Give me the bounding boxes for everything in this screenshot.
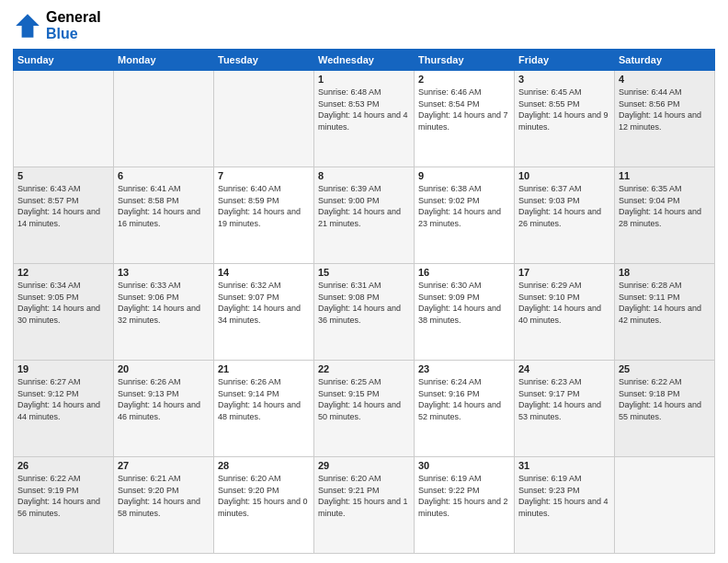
calendar-cell: 11Sunrise: 6:35 AM Sunset: 9:04 PM Dayli… — [615, 167, 715, 264]
day-info: Sunrise: 6:19 AM Sunset: 9:23 PM Dayligh… — [518, 473, 610, 519]
calendar-cell: 10Sunrise: 6:37 AM Sunset: 9:03 PM Dayli… — [515, 167, 615, 264]
day-info: Sunrise: 6:19 AM Sunset: 9:22 PM Dayligh… — [418, 473, 510, 519]
calendar-week-row: 12Sunrise: 6:34 AM Sunset: 9:05 PM Dayli… — [14, 264, 715, 361]
logo-icon — [13, 11, 42, 40]
day-info: Sunrise: 6:46 AM Sunset: 8:54 PM Dayligh… — [418, 86, 510, 132]
day-info: Sunrise: 6:26 AM Sunset: 9:14 PM Dayligh… — [218, 376, 310, 422]
day-info: Sunrise: 6:40 AM Sunset: 8:59 PM Dayligh… — [218, 183, 310, 229]
day-info: Sunrise: 6:28 AM Sunset: 9:11 PM Dayligh… — [619, 280, 711, 326]
day-number: 23 — [418, 363, 510, 374]
day-info: Sunrise: 6:29 AM Sunset: 9:10 PM Dayligh… — [518, 280, 610, 326]
day-number: 15 — [318, 267, 410, 278]
calendar-cell: 21Sunrise: 6:26 AM Sunset: 9:14 PM Dayli… — [214, 361, 314, 457]
day-info: Sunrise: 6:41 AM Sunset: 8:58 PM Dayligh… — [118, 183, 210, 229]
weekday-header: Monday — [114, 50, 214, 71]
day-number: 14 — [218, 267, 310, 278]
calendar-cell — [14, 71, 114, 167]
calendar-cell: 20Sunrise: 6:26 AM Sunset: 9:13 PM Dayli… — [114, 361, 214, 457]
calendar-cell: 2Sunrise: 6:46 AM Sunset: 8:54 PM Daylig… — [415, 71, 515, 167]
day-number: 3 — [518, 74, 610, 85]
day-number: 10 — [518, 170, 610, 181]
calendar-table: SundayMondayTuesdayWednesdayThursdayFrid… — [13, 49, 715, 554]
calendar-cell: 18Sunrise: 6:28 AM Sunset: 9:11 PM Dayli… — [615, 264, 715, 361]
calendar-week-row: 26Sunrise: 6:22 AM Sunset: 9:19 PM Dayli… — [14, 457, 715, 554]
logo: General Blue — [13, 9, 101, 41]
day-number: 16 — [418, 267, 510, 278]
calendar-cell: 25Sunrise: 6:22 AM Sunset: 9:18 PM Dayli… — [615, 361, 715, 457]
day-info: Sunrise: 6:43 AM Sunset: 8:57 PM Dayligh… — [17, 183, 109, 229]
page: General Blue SundayMondayTuesdayWednesda… — [0, 0, 728, 563]
day-info: Sunrise: 6:24 AM Sunset: 9:16 PM Dayligh… — [418, 376, 510, 422]
day-number: 31 — [518, 460, 610, 471]
day-number: 25 — [619, 363, 711, 374]
day-info: Sunrise: 6:20 AM Sunset: 9:21 PM Dayligh… — [318, 473, 410, 519]
day-info: Sunrise: 6:20 AM Sunset: 9:20 PM Dayligh… — [218, 473, 310, 519]
logo-text: General Blue — [46, 9, 101, 41]
calendar-cell — [214, 71, 314, 167]
day-info: Sunrise: 6:48 AM Sunset: 8:53 PM Dayligh… — [318, 86, 410, 132]
calendar-cell: 4Sunrise: 6:44 AM Sunset: 8:56 PM Daylig… — [615, 71, 715, 167]
calendar-cell: 1Sunrise: 6:48 AM Sunset: 8:53 PM Daylig… — [314, 71, 415, 167]
day-info: Sunrise: 6:27 AM Sunset: 9:12 PM Dayligh… — [17, 376, 109, 422]
calendar-cell: 29Sunrise: 6:20 AM Sunset: 9:21 PM Dayli… — [314, 457, 415, 554]
day-info: Sunrise: 6:45 AM Sunset: 8:55 PM Dayligh… — [518, 86, 610, 132]
day-number: 28 — [218, 460, 310, 471]
calendar-cell: 19Sunrise: 6:27 AM Sunset: 9:12 PM Dayli… — [14, 361, 114, 457]
calendar-cell: 26Sunrise: 6:22 AM Sunset: 9:19 PM Dayli… — [14, 457, 114, 554]
day-info: Sunrise: 6:37 AM Sunset: 9:03 PM Dayligh… — [518, 183, 610, 229]
day-number: 27 — [118, 460, 210, 471]
weekday-header: Saturday — [615, 50, 715, 71]
calendar-cell — [114, 71, 214, 167]
day-number: 7 — [218, 170, 310, 181]
weekday-header: Thursday — [415, 50, 515, 71]
day-number: 24 — [518, 363, 610, 374]
day-number: 20 — [118, 363, 210, 374]
calendar-week-row: 19Sunrise: 6:27 AM Sunset: 9:12 PM Dayli… — [14, 361, 715, 457]
day-info: Sunrise: 6:31 AM Sunset: 9:08 PM Dayligh… — [318, 280, 410, 326]
day-info: Sunrise: 6:44 AM Sunset: 8:56 PM Dayligh… — [619, 86, 711, 132]
day-info: Sunrise: 6:32 AM Sunset: 9:07 PM Dayligh… — [218, 280, 310, 326]
calendar-cell — [615, 457, 715, 554]
day-number: 4 — [619, 74, 711, 85]
day-info: Sunrise: 6:26 AM Sunset: 9:13 PM Dayligh… — [118, 376, 210, 422]
day-info: Sunrise: 6:35 AM Sunset: 9:04 PM Dayligh… — [619, 183, 711, 229]
weekday-header: Tuesday — [214, 50, 314, 71]
day-number: 19 — [17, 363, 109, 374]
calendar-cell: 13Sunrise: 6:33 AM Sunset: 9:06 PM Dayli… — [114, 264, 214, 361]
day-number: 30 — [418, 460, 510, 471]
calendar-cell: 27Sunrise: 6:21 AM Sunset: 9:20 PM Dayli… — [114, 457, 214, 554]
calendar-cell: 9Sunrise: 6:38 AM Sunset: 9:02 PM Daylig… — [415, 167, 515, 264]
day-number: 5 — [17, 170, 109, 181]
calendar-cell: 5Sunrise: 6:43 AM Sunset: 8:57 PM Daylig… — [14, 167, 114, 264]
calendar-cell: 14Sunrise: 6:32 AM Sunset: 9:07 PM Dayli… — [214, 264, 314, 361]
day-info: Sunrise: 6:21 AM Sunset: 9:20 PM Dayligh… — [118, 473, 210, 519]
calendar-cell: 3Sunrise: 6:45 AM Sunset: 8:55 PM Daylig… — [515, 71, 615, 167]
weekday-header: Friday — [515, 50, 615, 71]
header: General Blue — [13, 9, 715, 41]
calendar-cell: 7Sunrise: 6:40 AM Sunset: 8:59 PM Daylig… — [214, 167, 314, 264]
calendar-cell: 23Sunrise: 6:24 AM Sunset: 9:16 PM Dayli… — [415, 361, 515, 457]
calendar-week-row: 1Sunrise: 6:48 AM Sunset: 8:53 PM Daylig… — [14, 71, 715, 167]
calendar-cell: 24Sunrise: 6:23 AM Sunset: 9:17 PM Dayli… — [515, 361, 615, 457]
day-number: 12 — [17, 267, 109, 278]
day-info: Sunrise: 6:39 AM Sunset: 9:00 PM Dayligh… — [318, 183, 410, 229]
day-number: 22 — [318, 363, 410, 374]
weekday-header: Sunday — [14, 50, 114, 71]
day-number: 11 — [619, 170, 711, 181]
day-info: Sunrise: 6:33 AM Sunset: 9:06 PM Dayligh… — [118, 280, 210, 326]
day-number: 1 — [318, 74, 410, 85]
day-number: 6 — [118, 170, 210, 181]
day-number: 13 — [118, 267, 210, 278]
day-info: Sunrise: 6:23 AM Sunset: 9:17 PM Dayligh… — [518, 376, 610, 422]
calendar-cell: 31Sunrise: 6:19 AM Sunset: 9:23 PM Dayli… — [515, 457, 615, 554]
calendar-cell: 17Sunrise: 6:29 AM Sunset: 9:10 PM Dayli… — [515, 264, 615, 361]
day-number: 29 — [318, 460, 410, 471]
day-info: Sunrise: 6:38 AM Sunset: 9:02 PM Dayligh… — [418, 183, 510, 229]
svg-marker-1 — [18, 17, 36, 36]
day-number: 21 — [218, 363, 310, 374]
calendar-cell: 6Sunrise: 6:41 AM Sunset: 8:58 PM Daylig… — [114, 167, 214, 264]
day-info: Sunrise: 6:30 AM Sunset: 9:09 PM Dayligh… — [418, 280, 510, 326]
day-number: 8 — [318, 170, 410, 181]
calendar-cell: 22Sunrise: 6:25 AM Sunset: 9:15 PM Dayli… — [314, 361, 415, 457]
calendar-cell: 28Sunrise: 6:20 AM Sunset: 9:20 PM Dayli… — [214, 457, 314, 554]
